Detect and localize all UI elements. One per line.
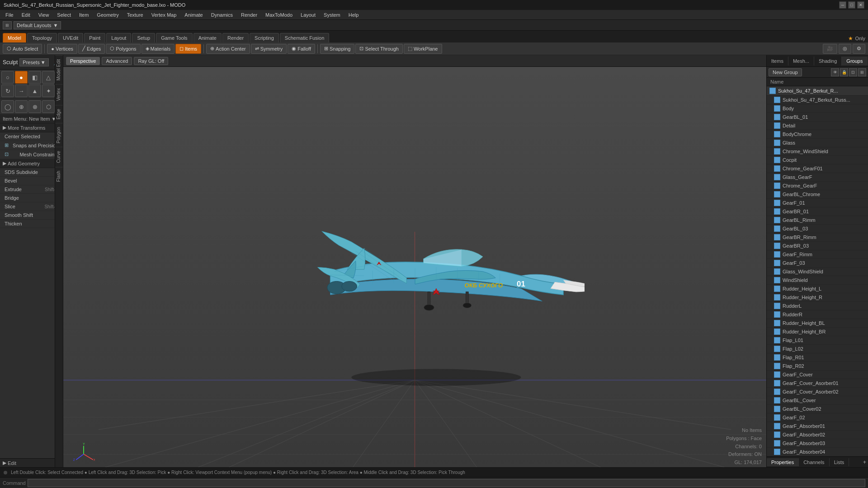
vis-40[interactable] xyxy=(774,440,780,446)
polygons-button[interactable]: ⬡ Polygons xyxy=(106,44,140,54)
symmetry-button[interactable]: ⇌ Symmetry xyxy=(251,44,287,54)
menu-item[interactable]: Item xyxy=(75,11,92,19)
vis-31[interactable] xyxy=(774,363,780,369)
vis-34[interactable] xyxy=(774,389,780,395)
scene-item-26[interactable]: Rudder_Height_BL xyxy=(767,319,868,328)
vis-16[interactable] xyxy=(774,234,780,240)
vis-25[interactable] xyxy=(774,311,780,318)
vis-38[interactable] xyxy=(774,423,780,429)
vis-8[interactable] xyxy=(774,165,780,172)
tab-gametools[interactable]: Game Tools xyxy=(156,33,193,42)
falloff-button[interactable]: ◉ Falloff xyxy=(288,44,315,54)
menu-geometry[interactable]: Geometry xyxy=(93,11,122,19)
vis-37[interactable] xyxy=(774,414,780,421)
window-controls[interactable]: ─ □ ✕ xyxy=(839,1,864,9)
scene-item-1[interactable]: Body xyxy=(767,104,868,113)
menu-render[interactable]: Render xyxy=(237,11,261,19)
default-layouts-dropdown[interactable]: Default Layouts ▼ xyxy=(14,21,61,29)
scene-item-16[interactable]: GearBR_Rimm xyxy=(767,233,868,242)
menu-edit[interactable]: Edit xyxy=(18,11,34,19)
menu-help[interactable]: Help xyxy=(345,11,363,19)
tool-r2-3[interactable]: ⊗ xyxy=(28,100,41,113)
scene-item-32[interactable]: GearF_Cover xyxy=(767,371,868,379)
scene-item-2[interactable]: GearBL_01 xyxy=(767,113,868,122)
edit-section[interactable]: ▶ Edit xyxy=(0,458,63,467)
maximize-button[interactable]: □ xyxy=(848,1,855,9)
select-through-button[interactable]: ⊡ Select Through xyxy=(355,44,402,54)
menu-animate[interactable]: Animate xyxy=(181,11,206,19)
scene-item-15[interactable]: GearBL_03 xyxy=(767,225,868,233)
scene-item-34[interactable]: GearF_Cover_Asorber02 xyxy=(767,388,868,396)
presets-button[interactable]: Presets ▼ xyxy=(19,58,48,66)
scene-item-39[interactable]: GearF_Absorber02 xyxy=(767,431,868,439)
menu-vertexmap[interactable]: Vertex Map xyxy=(148,11,180,19)
tool-triangle-btn[interactable]: △ xyxy=(42,71,55,84)
workplane-button[interactable]: ⬚ WorkPlane xyxy=(404,44,442,54)
perspective-button[interactable]: Perspective xyxy=(66,57,100,65)
menu-view[interactable]: View xyxy=(35,11,53,19)
vis-36[interactable] xyxy=(774,406,780,412)
scene-item-23[interactable]: Rudder_Height_R xyxy=(767,293,868,302)
vis-4[interactable] xyxy=(774,131,780,137)
viewport-canvas[interactable]: ОКБ СУХОГО 01 X Y Z No Items Polygons xyxy=(63,67,766,467)
action-center-button[interactable]: ⊕ Action Center xyxy=(206,44,250,54)
smooth-shift-item[interactable]: Smooth Shift xyxy=(0,211,63,220)
scene-item-19[interactable]: GearF_03 xyxy=(767,259,868,267)
camera-icon-button[interactable]: 🎥 xyxy=(823,44,837,54)
advanced-button[interactable]: Advanced xyxy=(102,57,132,65)
tool-r2-2[interactable]: ⊕ xyxy=(15,100,28,113)
snaps-precision-item[interactable]: ⊞ Snaps and Precision xyxy=(0,141,63,150)
scene-item-31[interactable]: Flap_R02 xyxy=(767,362,868,371)
scene-item-41[interactable]: GearF_Absorber04 xyxy=(767,448,868,456)
tab-topology[interactable]: Topology xyxy=(27,33,57,42)
tool-r2-1[interactable]: ◯ xyxy=(1,100,14,113)
sds-subdivide-item[interactable]: SDS Subdivide D xyxy=(0,168,63,177)
tab-model[interactable]: Model xyxy=(3,33,26,42)
vis-28[interactable] xyxy=(774,337,780,343)
scene-item-6[interactable]: Chrome_WindShield xyxy=(767,147,868,156)
settings-icon-button[interactable]: ⚙ xyxy=(853,44,865,54)
vis-19[interactable] xyxy=(774,260,780,266)
vis-39[interactable] xyxy=(774,432,780,438)
vis-41[interactable] xyxy=(774,449,780,455)
scene-item-21[interactable]: WindShield xyxy=(767,276,868,285)
tab-render[interactable]: Render xyxy=(222,33,249,42)
vis-32[interactable] xyxy=(774,371,780,378)
vis-30[interactable] xyxy=(774,354,780,361)
scene-item-35[interactable]: GearBL_Cover xyxy=(767,396,868,405)
menu-system[interactable]: System xyxy=(320,11,344,19)
extrude-item[interactable]: Extrude Shift-X xyxy=(0,185,63,194)
vis-26[interactable] xyxy=(774,320,780,326)
slice-item[interactable]: Slice Shift-C xyxy=(0,202,63,211)
vis-1[interactable] xyxy=(774,105,780,112)
root-visibility[interactable] xyxy=(769,88,776,94)
command-input[interactable] xyxy=(28,479,865,487)
menu-dynamics[interactable]: Dynamics xyxy=(208,11,236,19)
render-icon-button[interactable]: ◎ xyxy=(839,44,851,54)
scene-item-9[interactable]: Glass_GearF xyxy=(767,173,868,182)
vis-2[interactable] xyxy=(774,114,780,120)
vis-15[interactable] xyxy=(774,225,780,232)
snapping-button[interactable]: ⊞ Snapping xyxy=(320,44,355,54)
bridge-item[interactable]: Bridge xyxy=(0,194,63,202)
add-geometry-header[interactable]: ▶ Add Geometry xyxy=(0,159,63,168)
viewport[interactable]: Perspective Advanced Ray GL: Off xyxy=(63,55,766,467)
scene-item-30[interactable]: Flap_R01 xyxy=(767,353,868,362)
tool-star-btn[interactable]: ✦ xyxy=(42,84,55,97)
vtab-curve[interactable]: Curve xyxy=(55,147,63,167)
new-group-button[interactable]: New Group xyxy=(769,68,802,76)
vis-14[interactable] xyxy=(774,217,780,223)
tab-setup[interactable]: Setup xyxy=(132,33,155,42)
vis-18[interactable] xyxy=(774,251,780,258)
scene-item-8[interactable]: Chrome_GearF01 xyxy=(767,164,868,173)
layout-icon-1[interactable]: ⊞ xyxy=(3,21,12,29)
vis-20[interactable] xyxy=(774,268,780,275)
thicken-item[interactable]: Thicken xyxy=(0,220,63,228)
scene-item-5[interactable]: Glass xyxy=(767,139,868,147)
vis-29[interactable] xyxy=(774,346,780,352)
vertices-button[interactable]: ● Vertices xyxy=(47,44,77,54)
vis-33[interactable] xyxy=(774,380,780,386)
channels-tab[interactable]: Channels xyxy=(799,458,829,466)
scene-item-13[interactable]: GearBR_01 xyxy=(767,207,868,216)
vis-27[interactable] xyxy=(774,328,780,335)
